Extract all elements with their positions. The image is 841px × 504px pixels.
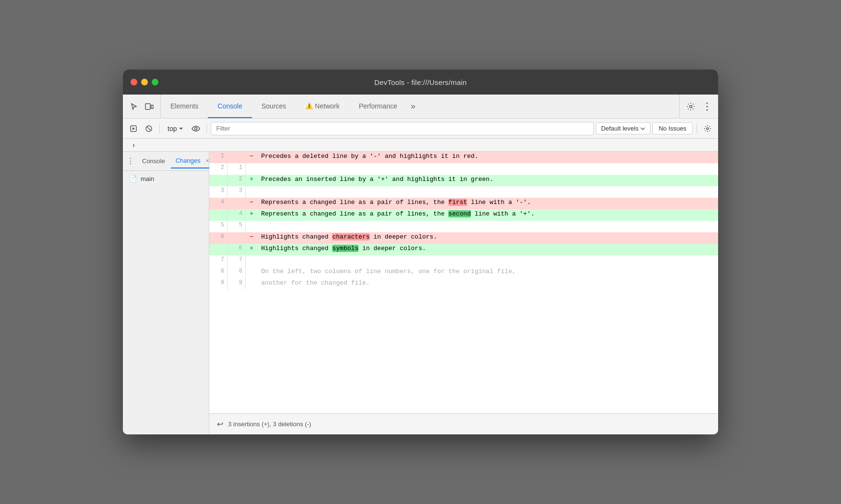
line-num-new	[228, 232, 246, 244]
diff-marker	[246, 267, 257, 278]
diff-content: Represents a changed line as a pair of l…	[257, 209, 718, 221]
svg-point-3	[707, 102, 708, 104]
diff-footer: ↩ 3 insertions (+), 3 deletions (-)	[209, 413, 718, 434]
tab-elements[interactable]: Elements	[161, 95, 208, 118]
clear-console-icon[interactable]	[142, 122, 156, 135]
diff-marker: −	[246, 152, 257, 163]
tab-sources[interactable]: Sources	[252, 95, 296, 118]
file-icon: 📄	[129, 175, 137, 182]
diff-row-unchanged-5: 8 8 On the left, two columns of line num…	[209, 267, 718, 278]
line-num-old: 6	[209, 232, 228, 244]
menu-dots-icon[interactable]	[702, 101, 712, 112]
line-num-new: 3	[228, 186, 246, 198]
line-num-old: 4	[209, 198, 228, 209]
line-num-old: 1	[209, 152, 228, 163]
diff-marker	[246, 221, 257, 232]
run-script-icon[interactable]	[127, 122, 140, 135]
minimize-button[interactable]	[141, 79, 148, 85]
line-num-old: 5	[209, 221, 228, 232]
default-levels-dropdown[interactable]: Default levels	[596, 122, 650, 134]
diff-row-unchanged-1: 2 1	[209, 163, 718, 175]
more-tabs-button[interactable]: »	[407, 95, 420, 118]
diff-marker: +	[246, 244, 257, 255]
diff-row-deleted-1: 1 − Precedes a deleted line by a '-' and…	[209, 152, 718, 163]
line-num-old: 3	[209, 186, 228, 198]
settings-icon[interactable]	[685, 101, 696, 112]
main-toolbar: Elements Console Sources ⚠️ Network Perf…	[123, 95, 718, 119]
line-num-new: 2	[228, 175, 246, 186]
diff-marker	[246, 163, 257, 175]
line-num-old	[209, 209, 228, 221]
devtools-left-icons	[123, 95, 161, 118]
diff-row-unchanged-4: 7 7	[209, 255, 718, 267]
console-toolbar: top Default levels No Issues	[123, 119, 718, 139]
diff-marker	[246, 255, 257, 267]
svg-point-10	[195, 127, 197, 130]
bottom-panel: ⋮ Console Changes × × 📄 main	[123, 152, 718, 434]
diff-content	[257, 186, 718, 198]
svg-point-4	[707, 106, 708, 107]
title-bar: DevTools - file:///Users/main	[123, 70, 718, 95]
diff-content: Represents a changed line as a pair of l…	[257, 198, 718, 209]
line-num-new	[228, 152, 246, 163]
tabs-area: Elements Console Sources ⚠️ Network Perf…	[161, 95, 679, 118]
sidebar-tab-console[interactable]: Console	[137, 155, 170, 168]
svg-rect-1	[151, 105, 153, 108]
window-title: DevTools - file:///Users/main	[374, 78, 467, 86]
window-controls	[131, 79, 158, 85]
diff-row-inserted-2: 4 + Represents a changed line as a pair …	[209, 209, 718, 221]
diff-content: Highlights changed characters in deeper …	[257, 232, 718, 244]
diff-content	[257, 255, 718, 267]
maximize-button[interactable]	[152, 79, 158, 85]
diff-content: another for the changed file.	[257, 278, 718, 290]
line-num-new: 9	[228, 278, 246, 290]
sidebar-file-item[interactable]: 📄 main	[123, 171, 209, 186]
inspect-icon[interactable]	[129, 101, 139, 112]
filter-input[interactable]	[211, 122, 594, 135]
diff-marker	[246, 278, 257, 290]
diff-content	[257, 163, 718, 175]
diff-row-deleted-3: 6 − Highlights changed characters in dee…	[209, 232, 718, 244]
svg-rect-0	[145, 104, 150, 109]
js-prompt-area: ›	[123, 139, 718, 152]
tab-performance[interactable]: Performance	[349, 95, 407, 118]
context-dropdown[interactable]: top	[164, 123, 187, 134]
tab-network[interactable]: ⚠️ Network	[296, 95, 349, 118]
diff-marker: −	[246, 232, 257, 244]
changes-tab-label: Changes ×	[176, 157, 211, 165]
diff-marker: +	[246, 209, 257, 221]
undo-icon[interactable]: ↩	[217, 420, 223, 429]
line-num-new: 1	[228, 163, 246, 175]
close-button[interactable]	[131, 79, 137, 85]
js-prompt-icon: ›	[129, 139, 139, 151]
line-num-new: 8	[228, 267, 246, 278]
tab-console[interactable]: Console	[208, 95, 252, 118]
sidebar-tabs: ⋮ Console Changes × ×	[123, 152, 209, 171]
diff-row-unchanged-3: 5 5	[209, 221, 718, 232]
line-num-new: 7	[228, 255, 246, 267]
devtools-window: DevTools - file:///Users/main Elements	[123, 70, 718, 434]
diff-row-unchanged-6: 9 9 another for the changed file.	[209, 278, 718, 290]
svg-marker-7	[132, 127, 135, 130]
diff-row-unchanged-2: 3 3	[209, 186, 718, 198]
highlight-ins: second	[448, 210, 471, 217]
sidebar-menu-icon[interactable]: ⋮	[127, 156, 134, 167]
diff-area: 1 − Precedes a deleted line by a '-' and…	[209, 152, 718, 434]
line-num-new: 5	[228, 221, 246, 232]
toolbar-right-icons	[679, 95, 718, 118]
svg-point-11	[707, 128, 709, 130]
no-issues-button[interactable]: No Issues	[652, 122, 693, 134]
device-toolbar-icon[interactable]	[144, 101, 155, 112]
diff-row-inserted-1: 2 + Precedes an inserted line by a '+' a…	[209, 175, 718, 186]
line-num-new: 4	[228, 209, 246, 221]
svg-point-5	[707, 109, 708, 110]
svg-point-2	[690, 105, 692, 108]
eye-icon[interactable]	[189, 122, 203, 135]
line-num-old	[209, 244, 228, 255]
line-num-old: 7	[209, 255, 228, 267]
diff-row-inserted-3: 6 + Highlights changed symbols in deeper…	[209, 244, 718, 255]
line-num-old	[209, 175, 228, 186]
console-settings-icon[interactable]	[701, 122, 714, 135]
highlight-del-chars: characters	[332, 233, 370, 240]
toolbar-separator-2	[206, 124, 207, 133]
